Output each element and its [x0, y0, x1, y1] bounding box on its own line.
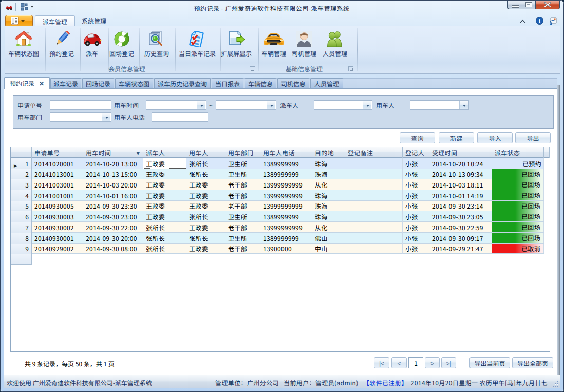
svg-text:i: i [539, 17, 540, 24]
